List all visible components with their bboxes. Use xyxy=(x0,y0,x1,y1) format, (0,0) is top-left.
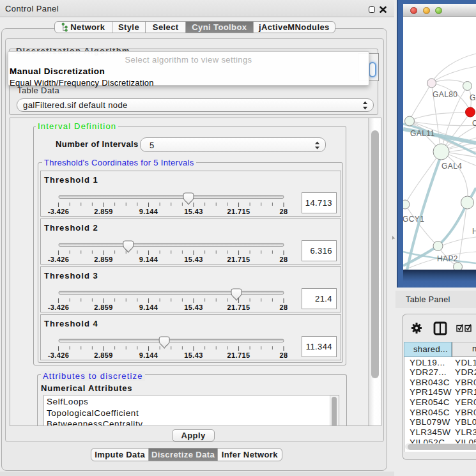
svg-text:C: C xyxy=(472,119,476,128)
svg-text:2.859: 2.859 xyxy=(94,303,113,311)
svg-text:2.859: 2.859 xyxy=(94,351,113,359)
svg-text:-3.426: -3.426 xyxy=(48,351,70,359)
svg-text:21.715: 21.715 xyxy=(227,303,250,311)
svg-text:GA: GA xyxy=(470,93,476,102)
svg-text:-3.426: -3.426 xyxy=(48,303,70,311)
svg-text:21.715: 21.715 xyxy=(227,256,250,263)
svg-text:28: 28 xyxy=(279,351,288,359)
svg-text:15.43: 15.43 xyxy=(184,303,203,311)
svg-text:H: H xyxy=(472,227,476,236)
svg-text:2.859: 2.859 xyxy=(94,208,113,215)
svg-text:9.144: 9.144 xyxy=(139,256,158,263)
svg-text:-3.426: -3.426 xyxy=(48,208,70,215)
svg-text:GAL4: GAL4 xyxy=(441,162,462,171)
svg-text:21.715: 21.715 xyxy=(227,351,250,359)
svg-text:21.715: 21.715 xyxy=(227,208,250,215)
svg-text:GAL80: GAL80 xyxy=(433,90,457,99)
svg-text:15.43: 15.43 xyxy=(184,256,203,263)
svg-text:15.43: 15.43 xyxy=(184,351,203,359)
svg-text:GCY1: GCY1 xyxy=(403,215,424,224)
svg-text:2.859: 2.859 xyxy=(94,256,113,263)
svg-text:9.144: 9.144 xyxy=(139,208,158,215)
svg-text:9.144: 9.144 xyxy=(139,351,158,359)
svg-text:28: 28 xyxy=(279,208,288,215)
svg-text:28: 28 xyxy=(279,303,288,311)
svg-text:GAL11: GAL11 xyxy=(410,129,434,138)
svg-text:15.43: 15.43 xyxy=(184,208,203,215)
svg-text:28: 28 xyxy=(279,256,288,263)
svg-text:-3.426: -3.426 xyxy=(48,256,70,263)
svg-text:9.144: 9.144 xyxy=(139,303,158,311)
svg-text:HAP2: HAP2 xyxy=(437,254,458,263)
